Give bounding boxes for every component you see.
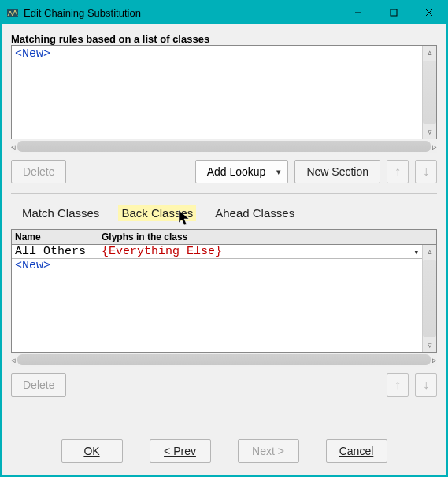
chevron-down-icon[interactable]: ▾ <box>413 247 419 257</box>
col-glyphs-header: Glyphs in the class <box>98 230 436 244</box>
delete-class-button[interactable]: Delete <box>11 373 66 397</box>
svg-rect-2 <box>391 9 397 16</box>
row-name[interactable]: All Others <box>12 245 98 259</box>
row-glyphs-text: {Everything Else} <box>102 245 222 258</box>
scroll-left-icon[interactable]: ◃ <box>11 140 16 153</box>
add-lookup-dropdown[interactable]: Add Lookup ▾ <box>195 160 289 183</box>
rules-hscroll[interactable]: ◃ ▹ <box>11 139 437 153</box>
scroll-right-icon[interactable]: ▹ <box>432 353 437 367</box>
scroll-down-icon[interactable]: ▿ <box>428 338 432 352</box>
cancel-button[interactable]: Cancel <box>326 439 387 463</box>
scroll-left-icon[interactable]: ◃ <box>11 353 16 367</box>
table-row-new[interactable]: <New> <box>12 259 422 272</box>
move-up-button[interactable]: ↑ <box>387 160 409 183</box>
scroll-htrack[interactable] <box>17 354 431 365</box>
row-new-glyphs[interactable] <box>98 259 422 272</box>
rules-new-item[interactable]: <New> <box>15 47 50 61</box>
scroll-track[interactable] <box>423 260 436 337</box>
dialog-footer: OK < Prev Next > Cancel <box>11 428 437 468</box>
row-glyphs[interactable]: {Everything Else} ▾ <box>98 245 422 259</box>
close-button[interactable] <box>411 2 446 24</box>
delete-rule-button[interactable]: Delete <box>11 160 66 183</box>
app-icon <box>6 6 19 19</box>
scroll-track[interactable] <box>423 61 436 124</box>
scroll-htrack[interactable] <box>17 141 431 152</box>
move-down-button[interactable]: ↓ <box>415 160 437 183</box>
minimize-button[interactable] <box>340 2 376 24</box>
new-section-button[interactable]: New Section <box>294 160 380 183</box>
class-move-up-button[interactable]: ↑ <box>387 373 409 397</box>
class-move-down-button[interactable]: ↓ <box>415 373 437 397</box>
scroll-right-icon[interactable]: ▹ <box>432 140 437 153</box>
prev-button[interactable]: < Prev <box>150 439 211 463</box>
rules-list[interactable]: <New> ▵ ▿ <box>11 45 437 139</box>
client-area: Matching rules based on a list of classe… <box>2 24 446 475</box>
window-title: Edit Chaining Substitution <box>24 7 340 19</box>
tab-back-classes[interactable]: Back Classes <box>118 205 196 221</box>
row-new-name[interactable]: <New> <box>12 259 98 272</box>
class-hscroll[interactable]: ◃ ▹ <box>11 353 437 367</box>
tab-ahead-classes[interactable]: Ahead Classes <box>212 205 298 221</box>
tab-match-classes[interactable]: Match Classes <box>19 205 102 221</box>
next-button[interactable]: Next > <box>238 439 299 463</box>
divider <box>11 193 437 194</box>
maximize-button[interactable] <box>376 2 411 24</box>
scroll-up-icon[interactable]: ▵ <box>428 245 432 258</box>
tab-back-label: Back Classes <box>121 206 193 220</box>
scroll-up-icon[interactable]: ▵ <box>428 46 432 59</box>
titlebar[interactable]: Edit Chaining Substitution <box>2 2 446 24</box>
class-table[interactable]: All Others {Everything Else} ▾ <New> ▵ ▿ <box>11 244 437 353</box>
table-row[interactable]: All Others {Everything Else} ▾ <box>12 245 422 259</box>
class-vscroll[interactable]: ▵ ▿ <box>422 245 436 352</box>
add-lookup-label: Add Lookup <box>207 165 266 178</box>
rules-label: Matching rules based on a list of classe… <box>11 33 437 45</box>
chevron-down-icon: ▾ <box>276 167 281 177</box>
dialog-window: Edit Chaining Substitution Matching rule… <box>0 0 448 477</box>
class-tabs: Match Classes Back Classes Ahead Classes <box>11 202 437 229</box>
scroll-down-icon[interactable]: ▿ <box>428 125 432 139</box>
ok-button[interactable]: OK <box>61 439 123 463</box>
class-table-header: Name Glyphs in the class <box>11 229 437 244</box>
rules-vscroll[interactable]: ▵ ▿ <box>422 46 436 139</box>
col-name-header: Name <box>12 230 98 244</box>
